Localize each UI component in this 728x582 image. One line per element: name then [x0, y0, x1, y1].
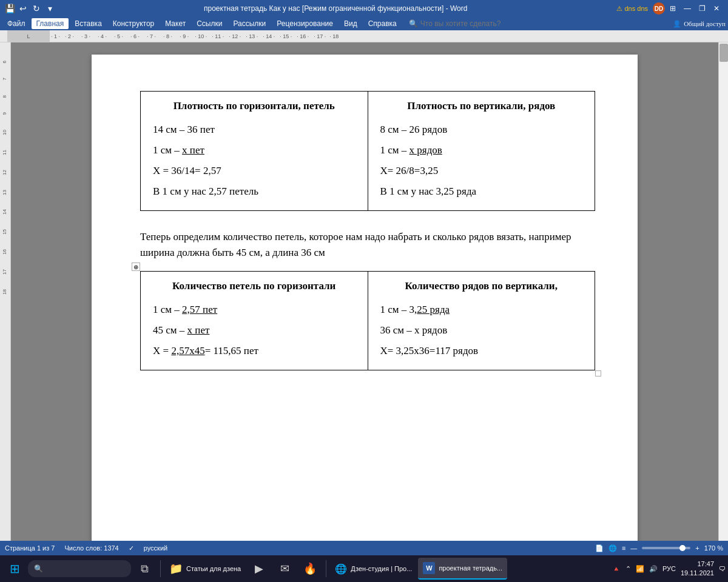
task-view-button[interactable]: ⧉ — [132, 557, 157, 581]
tab-home[interactable]: Главная — [32, 18, 69, 29]
view-web-icon[interactable]: 🌐 — [608, 544, 617, 552]
word-logo-icon: 💾 — [5, 4, 15, 13]
zoom-thumb — [679, 545, 686, 551]
zoom-plus-button[interactable]: + — [695, 544, 699, 552]
tab-references[interactable]: Ссылки — [192, 18, 227, 29]
start-button[interactable]: ⊞ — [2, 557, 27, 581]
table2-col2-content: 1 см – 3,25 ряда 36 см – х рядов Х= 3,25… — [380, 299, 583, 361]
view-outline-icon[interactable]: ≡ — [622, 544, 625, 552]
tab-design[interactable]: Конструктор — [108, 18, 159, 29]
language-tray[interactable]: РУС — [662, 565, 676, 572]
quantity-table: Количество петель по горизонтали 1 см – … — [140, 271, 595, 370]
table1-col2-line4: В 1 см у нас 3,25 ряда — [380, 181, 583, 202]
table1-col2-line2: 1 см – х рядов — [380, 140, 583, 161]
notification-icon[interactable]: 🗨 — [719, 565, 726, 572]
close-button[interactable]: ✕ — [710, 2, 723, 15]
chevron-up-icon[interactable]: ⌃ — [625, 565, 631, 573]
word-count: Число слов: 1374 — [64, 544, 118, 552]
taskbar-fire-button[interactable]: 🔥 — [298, 557, 322, 581]
table1-col1-line3: Х = 36/14= 2,57 — [153, 161, 356, 181]
windows-icon: ⊞ — [10, 561, 20, 576]
taskbar-app-folder-label: Статьи для дзена — [186, 565, 241, 572]
paragraph-text: Теперь определим количество петель, кото… — [140, 229, 595, 260]
taskbar-app-chrome[interactable]: 🌐 Дзен-студия | Про... — [330, 558, 417, 580]
page-indicator: Страница 1 из 7 — [5, 544, 55, 552]
vertical-ruler: 6 7 8 9 10 11 12 13 14 15 16 17 18 — [0, 42, 11, 541]
table2-col2-line3: Х= 3,25х36=117 рядов — [380, 341, 583, 361]
taskbar-app-word[interactable]: W проектная тетрадь... — [418, 558, 507, 580]
table2-col1: Количество петель по горизонтали 1 см – … — [141, 272, 368, 370]
undo-icon[interactable]: ↩ — [18, 4, 28, 13]
window-controls[interactable]: — ❐ ✕ — [681, 2, 723, 15]
taskbar-separator-2 — [326, 560, 326, 577]
volume-icon[interactable]: 🔊 — [649, 565, 658, 573]
table1-col2-content: 8 см – 26 рядов 1 см – х рядов Х= 26/8=3… — [380, 119, 583, 202]
table2-col1-content: 1 см – 2,57 пет 45 см – х пет Х = 2,57х4… — [153, 299, 356, 361]
table2-col2-header: Количество рядов по вертикали, — [380, 280, 583, 292]
horizontal-ruler: L · 1 · · 2 · · 3 · · 4 · · 5 · · 6 · · … — [0, 30, 728, 42]
taskbar-search[interactable] — [28, 560, 131, 577]
view-normal-icon[interactable]: 📄 — [595, 544, 604, 552]
dns-warning: ⚠ dns dns — [616, 5, 648, 13]
zoom-slider[interactable] — [642, 547, 690, 549]
system-tray: 🔺 ⌃ 📶 🔊 РУС 17:47 19.11.2021 🗨 — [612, 560, 726, 578]
zoom-minus-button[interactable]: — — [630, 544, 637, 552]
proofing-icon: ✓ — [129, 544, 134, 552]
taskbar-media-button[interactable]: ▶ — [247, 557, 271, 581]
table2-col1-line2: 45 см – х пет — [153, 320, 356, 341]
minimize-button[interactable]: — — [681, 2, 694, 15]
title-bar-right: ⚠ dns dns DD ⊞ — ❐ ✕ — [616, 2, 723, 15]
table1-col2: Плотность по вертикали, рядов 8 см – 26 … — [368, 92, 595, 211]
tab-layout[interactable]: Макет — [160, 18, 190, 29]
language-indicator[interactable]: русский — [144, 544, 167, 552]
table-resize-handle[interactable] — [595, 370, 601, 376]
table1-col1-header: Плотность по горизонтали, петель — [153, 100, 356, 112]
network-wifi-icon: 📶 — [636, 565, 644, 573]
document-page: Плотность по горизонтали, петель 14 см –… — [92, 55, 638, 541]
table1-col1-line1: 14 см – 36 пет — [153, 119, 356, 140]
table1-col1-line4: В 1 см у нас 2,57 петель — [153, 181, 356, 202]
quick-access-icon[interactable]: ▾ — [45, 4, 55, 13]
user-avatar[interactable]: DD — [653, 2, 665, 15]
redo-icon[interactable]: ↻ — [32, 4, 41, 13]
taskbar-app-chrome-label: Дзен-студия | Про... — [351, 565, 412, 572]
tab-file[interactable]: Файл — [2, 18, 30, 29]
density-table: Плотность по горизонтали, петель 14 см –… — [140, 91, 595, 211]
view-options-icon[interactable]: ⊞ — [670, 4, 676, 13]
table1-col1-content: 14 см – 36 пет 1 см – х пет Х = 36/14= 2… — [153, 119, 356, 202]
table1-col2-header: Плотность по вертикали, рядов — [380, 100, 583, 112]
tab-mailings[interactable]: Рассылки — [228, 18, 271, 29]
restore-button[interactable]: ❐ — [695, 2, 709, 15]
taskbar-app-folder[interactable]: 📁 Статьи для дзена — [164, 558, 246, 580]
taskbar-app-word-label: проектная тетрадь... — [439, 564, 502, 572]
table2-wrapper: ⊕ Количество петель по горизонтали 1 см … — [140, 271, 595, 370]
table2-col1-line1: 1 см – 2,57 пет — [153, 299, 356, 320]
table-move-handle[interactable]: ⊕ — [132, 263, 140, 271]
taskbar-mail-button[interactable]: ✉ — [272, 557, 297, 581]
time: 17:47 — [681, 560, 714, 569]
window-title: проектная тетрадь Как у нас [Режим огран… — [55, 4, 616, 13]
network-icon: 🔺 — [612, 565, 621, 573]
tab-insert[interactable]: Вставка — [70, 18, 107, 29]
document-area[interactable]: Плотность по горизонтали, петель 14 см –… — [11, 42, 718, 541]
taskbar: ⊞ ⧉ 📁 Статьи для дзена ▶ ✉ 🔥 🌐 Дзен-студ… — [0, 555, 728, 582]
table1-col1-line2: 1 см – х пет — [153, 140, 356, 161]
chrome-icon: 🌐 — [335, 563, 347, 575]
table2-col2-line2: 36 см – х рядов — [380, 320, 583, 341]
share-button[interactable]: 👤 Общий доступ — [673, 20, 726, 28]
vertical-scrollbar[interactable] — [718, 42, 728, 541]
status-right: 📄 🌐 ≡ — + 170 % — [595, 544, 723, 552]
tab-review[interactable]: Рецензирование — [272, 18, 338, 29]
date: 19.11.2021 — [681, 569, 714, 578]
title-bar: 💾 ↩ ↻ ▾ проектная тетрадь Как у нас [Реж… — [0, 0, 728, 17]
table2-col2-line1: 1 см – 3,25 ряда — [380, 299, 583, 320]
table2-col1-header: Количество петель по горизонтали — [153, 280, 356, 292]
status-bar: Страница 1 из 7 Число слов: 1374 ✓ русск… — [0, 541, 728, 555]
fire-icon: 🔥 — [303, 562, 317, 575]
ribbon-tabs: Файл Главная Вставка Конструктор Макет С… — [0, 17, 728, 30]
search-input[interactable] — [420, 19, 517, 28]
zoom-level[interactable]: 170 % — [704, 544, 723, 552]
tab-help[interactable]: Справка — [363, 18, 402, 29]
table2-col2: Количество рядов по вертикали, 1 см – 3,… — [368, 272, 595, 370]
tab-view[interactable]: Вид — [339, 18, 362, 29]
